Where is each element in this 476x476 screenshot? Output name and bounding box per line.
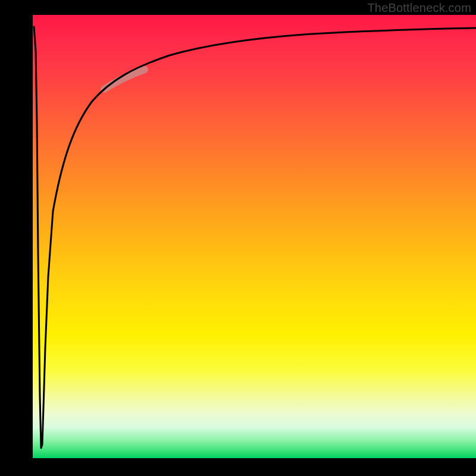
bottleneck-curve <box>34 27 476 448</box>
plot-area <box>33 15 476 458</box>
highlight-segment <box>104 70 145 89</box>
curve-svg <box>33 15 476 458</box>
watermark-text: TheBottleneck.com <box>367 1 471 15</box>
chart-frame: TheBottleneck.com <box>0 0 476 476</box>
